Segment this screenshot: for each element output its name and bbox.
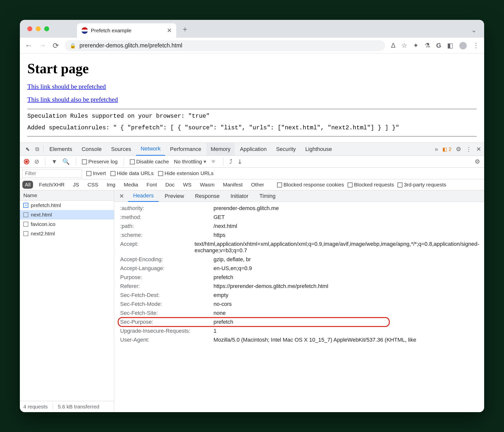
favicon-icon bbox=[81, 27, 88, 34]
name-column-header[interactable]: Name bbox=[20, 190, 114, 201]
hide-extension-urls-checkbox[interactable]: Hide extension URLs bbox=[158, 170, 214, 176]
filter-toggle-icon[interactable]: ▼ bbox=[51, 158, 57, 165]
lock-icon[interactable]: 🔒 bbox=[70, 43, 76, 49]
warnings-badge[interactable]: ◧ 2 bbox=[442, 146, 451, 152]
request-name: next2.html bbox=[31, 231, 55, 237]
maximize-window-icon[interactable] bbox=[44, 26, 49, 31]
close-tab-icon[interactable]: ✕ bbox=[167, 27, 172, 34]
header-name: :scheme: bbox=[114, 232, 214, 238]
prefetch-link-2[interactable]: This link should also be prefetched bbox=[27, 96, 477, 103]
header-row: User-Agent:Mozilla/5.0 (Macintosh; Intel… bbox=[114, 335, 484, 344]
devtools-tab-sources[interactable]: Sources bbox=[107, 143, 136, 155]
detail-tab-response[interactable]: Response bbox=[190, 191, 224, 202]
blocked-cookies-checkbox[interactable]: Blocked response cookies bbox=[277, 182, 344, 188]
request-name: prefetch.html bbox=[31, 202, 61, 208]
disable-cache-checkbox[interactable]: Disable cache bbox=[130, 159, 169, 165]
menu-icon[interactable]: ⋮ bbox=[473, 42, 479, 49]
page-content: Start page This link should be prefetche… bbox=[20, 54, 484, 143]
network-settings-icon[interactable]: ⚙ bbox=[475, 158, 480, 165]
reload-button[interactable]: ⟳ bbox=[53, 41, 59, 50]
header-row: :scheme:https bbox=[114, 231, 484, 240]
detail-tab-headers[interactable]: Headers bbox=[128, 190, 159, 202]
settings-icon[interactable]: ⚙ bbox=[456, 146, 461, 153]
header-row: Referer:https://prerender-demos.glitch.m… bbox=[114, 282, 484, 291]
omnibox[interactable]: 🔒 prerender-demos.glitch.me/prefetch.htm… bbox=[65, 40, 385, 51]
blocked-requests-checkbox[interactable]: Blocked requests bbox=[348, 182, 394, 188]
inspect-icon[interactable]: ⬉ bbox=[23, 146, 32, 152]
header-name: Sec-Purpose: bbox=[114, 319, 214, 325]
filter-input[interactable] bbox=[22, 169, 82, 178]
google-icon[interactable]: G bbox=[436, 42, 441, 49]
devtools-tab-application[interactable]: Application bbox=[235, 143, 271, 155]
type-filter-media[interactable]: Media bbox=[121, 181, 141, 189]
status-bar: 4 requests 5.6 kB transferred bbox=[20, 401, 114, 412]
forward-button[interactable]: → bbox=[39, 41, 46, 50]
devtools-menu-icon[interactable]: ⋮ bbox=[466, 146, 472, 153]
record-button[interactable] bbox=[24, 159, 29, 164]
devtools-tab-elements[interactable]: Elements bbox=[45, 143, 77, 155]
import-har-icon[interactable]: ⤴ bbox=[229, 158, 232, 165]
requests-count: 4 requests bbox=[23, 404, 48, 410]
clear-button[interactable]: ⊘ bbox=[34, 158, 39, 165]
close-details-icon[interactable]: ✕ bbox=[116, 193, 127, 200]
hide-data-urls-checkbox[interactable]: Hide data URLs bbox=[110, 170, 154, 176]
throttling-dropdown[interactable]: No throttling bbox=[174, 159, 206, 165]
network-conditions-icon[interactable]: ᯤ bbox=[211, 158, 217, 165]
detail-tab-initiator[interactable]: Initiator bbox=[225, 191, 253, 202]
network-toolbar: ⊘ ▼ 🔍 Preserve log Disable cache No thro… bbox=[20, 156, 484, 168]
new-tab-button[interactable]: ＋ bbox=[181, 24, 189, 34]
devtools-tab-network[interactable]: Network bbox=[136, 143, 165, 156]
type-filter-css[interactable]: CSS bbox=[85, 181, 101, 189]
device-mode-icon[interactable]: ⧉ bbox=[33, 146, 42, 152]
preserve-log-checkbox[interactable]: Preserve log bbox=[82, 159, 118, 165]
type-filter-other[interactable]: Other bbox=[249, 181, 267, 189]
type-filter-ws[interactable]: WS bbox=[180, 181, 194, 189]
labs-icon[interactable]: ⚗ bbox=[425, 42, 430, 49]
type-filter-js[interactable]: JS bbox=[71, 181, 82, 189]
profile-avatar[interactable] bbox=[459, 42, 467, 49]
type-filter-fetchxhr[interactable]: Fetch/XHR bbox=[36, 181, 67, 189]
type-filter-manifest[interactable]: Manifest bbox=[220, 181, 245, 189]
request-name: next.html bbox=[31, 212, 52, 218]
headers-table[interactable]: :authority:prerender-demos.glitch.me:met… bbox=[114, 202, 484, 412]
header-row: Sec-Fetch-Dest:empty bbox=[114, 291, 484, 300]
share-icon[interactable]: ᐃ bbox=[391, 42, 396, 49]
minimize-window-icon[interactable] bbox=[36, 26, 41, 31]
third-party-checkbox[interactable]: 3rd-party requests bbox=[397, 182, 446, 188]
devtools-tab-memory[interactable]: Memory bbox=[206, 143, 235, 155]
devtools-tab-security[interactable]: Security bbox=[272, 143, 300, 155]
type-filter-wasm[interactable]: Wasm bbox=[197, 181, 217, 189]
header-row: :method:GET bbox=[114, 213, 484, 222]
sidepanel-icon[interactable]: ◧ bbox=[447, 42, 453, 49]
header-value: prerender-demos.glitch.me bbox=[214, 205, 484, 212]
extensions-icon[interactable]: ✦ bbox=[413, 42, 419, 49]
tab-overflow-icon[interactable]: ⌄ bbox=[471, 26, 477, 34]
export-har-icon[interactable]: ⤓ bbox=[237, 158, 242, 165]
header-value: prefetch bbox=[214, 319, 484, 325]
invert-checkbox[interactable]: Invert bbox=[86, 170, 106, 176]
type-filter-font[interactable]: Font bbox=[144, 181, 159, 189]
close-window-icon[interactable] bbox=[27, 26, 32, 31]
back-button[interactable]: ← bbox=[25, 41, 32, 50]
devtools-tab-lighthouse[interactable]: Lighthouse bbox=[301, 143, 336, 155]
header-row: Accept:text/html,application/xhtml+xml,a… bbox=[114, 240, 484, 255]
type-filter-all[interactable]: All bbox=[22, 181, 33, 189]
request-row[interactable]: next.html bbox=[20, 210, 114, 219]
prefetch-link-1[interactable]: This link should be prefetched bbox=[27, 83, 477, 90]
more-panels-icon[interactable]: » bbox=[435, 146, 438, 153]
close-devtools-icon[interactable]: ✕ bbox=[476, 146, 481, 153]
devtools-tab-performance[interactable]: Performance bbox=[166, 143, 206, 155]
detail-tab-preview[interactable]: Preview bbox=[160, 191, 189, 202]
bookmark-icon[interactable]: ☆ bbox=[401, 42, 407, 49]
request-row[interactable]: next2.html bbox=[20, 229, 114, 238]
extension-icons: ᐃ ☆ ✦ ⚗ G ◧ ⋮ bbox=[391, 42, 479, 49]
request-row[interactable]: favicon.ico bbox=[20, 219, 114, 229]
devtools-tab-console[interactable]: Console bbox=[77, 143, 106, 155]
browser-tab[interactable]: Prefetch example ✕ bbox=[77, 23, 176, 38]
type-filter-doc[interactable]: Doc bbox=[163, 181, 177, 189]
search-icon[interactable]: 🔍 bbox=[62, 158, 70, 165]
request-row[interactable]: prefetch.html bbox=[20, 201, 114, 210]
type-filter-img[interactable]: Img bbox=[104, 181, 118, 189]
header-row: Purpose:prefetch bbox=[114, 273, 484, 282]
detail-tab-timing[interactable]: Timing bbox=[254, 191, 281, 202]
